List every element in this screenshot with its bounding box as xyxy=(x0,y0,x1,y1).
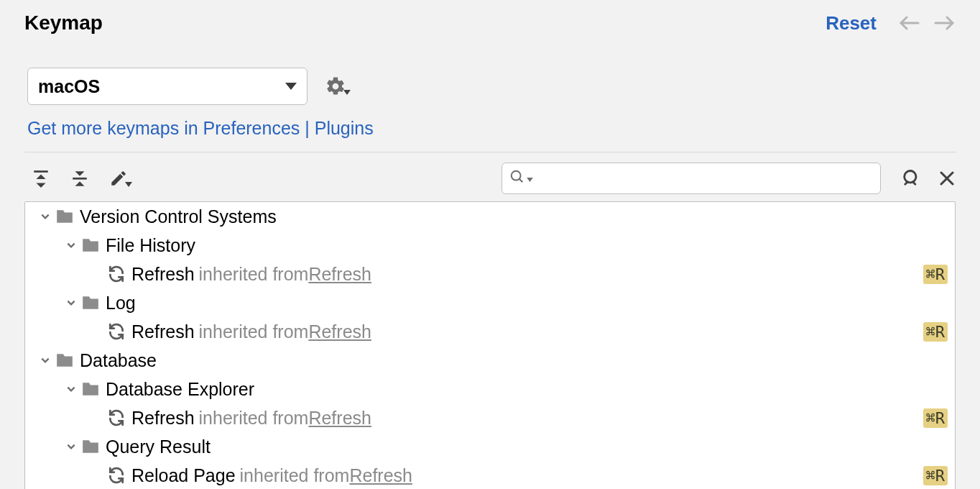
tree-group-label: Version Control Systems xyxy=(80,206,277,227)
chevron-down-icon[interactable] xyxy=(61,384,81,394)
inherited-link[interactable]: Refresh xyxy=(308,408,371,429)
keymap-select-value: macOS xyxy=(38,76,100,97)
refresh-icon xyxy=(107,265,126,283)
find-shortcut-icon[interactable] xyxy=(901,168,921,188)
reset-button[interactable]: Reset xyxy=(826,12,877,35)
tree-group[interactable]: Version Control Systems xyxy=(25,202,955,231)
chevron-down-icon[interactable] xyxy=(35,211,55,221)
inherited-text: inherited from xyxy=(199,321,309,342)
folder-icon xyxy=(81,237,100,253)
tree-action[interactable]: Refresh inherited from Refresh⌘R xyxy=(25,260,955,288)
tree-group[interactable]: File History xyxy=(25,231,955,260)
refresh-icon xyxy=(107,466,126,485)
svg-marker-2 xyxy=(285,83,297,90)
edit-icon[interactable] xyxy=(109,169,132,188)
tree-action-label: Refresh xyxy=(131,264,195,285)
inherited-link[interactable]: Refresh xyxy=(308,264,371,285)
expand-all-icon[interactable] xyxy=(32,169,50,188)
page-title: Keymap xyxy=(24,12,826,35)
tree-group[interactable]: Database Explorer xyxy=(25,375,955,403)
tree-action-label: Refresh xyxy=(131,321,195,342)
tree-action-label: Reload Page xyxy=(131,465,236,486)
tree-group-label: Database Explorer xyxy=(106,379,254,400)
tree-group-label: Database xyxy=(80,350,157,371)
tree-action-label: Refresh xyxy=(131,408,195,429)
close-icon[interactable] xyxy=(938,170,956,187)
collapse-all-icon[interactable] xyxy=(70,169,89,188)
svg-marker-3 xyxy=(343,90,351,95)
chevron-down-icon xyxy=(285,80,297,93)
shortcut-badge: ⌘R xyxy=(923,408,948,428)
svg-rect-8 xyxy=(73,178,87,180)
search-input[interactable] xyxy=(535,170,873,187)
svg-point-11 xyxy=(512,171,521,180)
tree-group[interactable]: Log xyxy=(25,288,955,317)
tree-group-label: Log xyxy=(106,293,136,314)
forward-arrow-icon[interactable] xyxy=(934,14,956,32)
gear-icon[interactable] xyxy=(325,76,351,97)
inherited-text: inherited from xyxy=(199,264,309,285)
chevron-down-icon[interactable] xyxy=(61,298,81,308)
svg-rect-4 xyxy=(34,170,48,173)
folder-icon xyxy=(55,352,74,368)
chevron-down-icon[interactable] xyxy=(61,442,81,452)
folder-icon xyxy=(81,295,100,311)
inherited-text: inherited from xyxy=(199,408,309,429)
tree-action[interactable]: Refresh inherited from Refresh⌘R xyxy=(25,403,955,432)
svg-point-14 xyxy=(905,171,916,183)
keymap-select[interactable]: macOS xyxy=(27,68,308,105)
chevron-down-icon[interactable] xyxy=(35,355,55,365)
tree-group-label: Query Result xyxy=(106,437,211,457)
svg-marker-9 xyxy=(75,181,85,186)
more-keymaps-link[interactable]: Get more keymaps in Preferences | Plugin… xyxy=(0,105,980,152)
shortcut-badge: ⌘R xyxy=(923,265,948,284)
shortcut-badge: ⌘R xyxy=(923,322,948,342)
svg-marker-7 xyxy=(75,171,85,176)
svg-marker-13 xyxy=(527,178,533,182)
refresh-icon xyxy=(107,322,126,341)
refresh-icon xyxy=(107,408,126,427)
search-icon xyxy=(509,169,525,188)
svg-line-12 xyxy=(519,179,523,183)
svg-marker-6 xyxy=(37,183,46,188)
tree-action[interactable]: Reload Page inherited from Refresh⌘R xyxy=(25,461,955,489)
inherited-link[interactable]: Refresh xyxy=(308,321,371,342)
folder-icon xyxy=(81,381,100,397)
keymap-tree[interactable]: Version Control SystemsFile HistoryRefre… xyxy=(24,201,956,489)
tree-group-label: File History xyxy=(106,235,195,256)
folder-icon xyxy=(55,209,74,224)
tree-group[interactable]: Query Result xyxy=(25,432,955,461)
shortcut-badge: ⌘R xyxy=(923,466,948,485)
inherited-text: inherited from xyxy=(240,465,350,486)
search-input-container[interactable] xyxy=(501,163,881,194)
inherited-link[interactable]: Refresh xyxy=(349,465,412,486)
folder-icon xyxy=(81,439,100,454)
tree-action[interactable]: Refresh inherited from Refresh⌘R xyxy=(25,317,955,346)
tree-group[interactable]: Database xyxy=(25,346,955,375)
svg-marker-5 xyxy=(37,175,46,180)
search-dropdown-icon[interactable] xyxy=(527,172,533,185)
svg-marker-10 xyxy=(125,182,132,187)
back-arrow-icon[interactable] xyxy=(898,14,920,32)
chevron-down-icon[interactable] xyxy=(61,240,81,250)
